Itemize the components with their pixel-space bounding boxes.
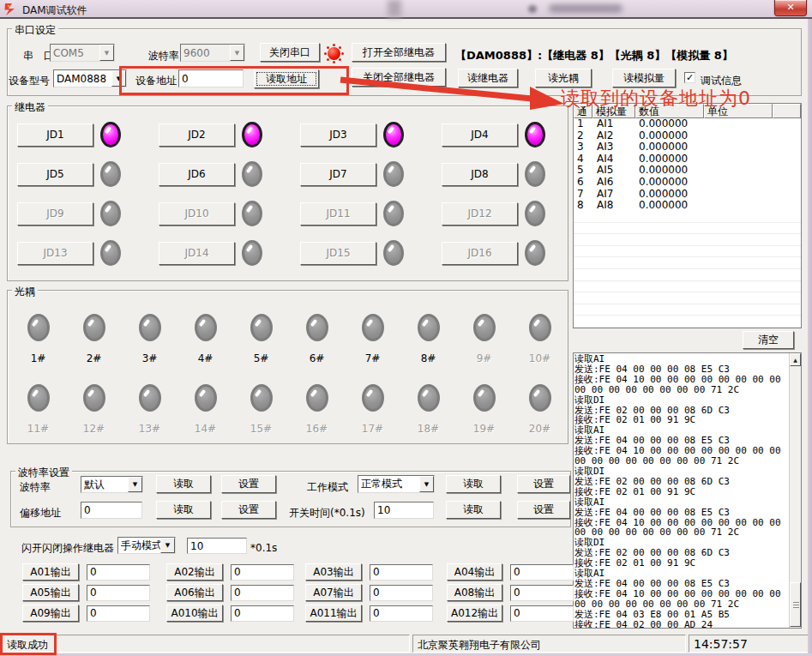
cell-analog-name: AI8 bbox=[592, 200, 635, 212]
opto-cell: 11# bbox=[10, 384, 66, 454]
cell-unit bbox=[704, 177, 773, 189]
scroll-up-arrow-icon[interactable]: ▲ bbox=[790, 353, 801, 366]
dropdown-arrow-icon: ▼ bbox=[230, 45, 244, 61]
flash-mode-select[interactable]: 手动模式 ▼ bbox=[117, 537, 176, 554]
dropdown-arrow-icon[interactable]: ▼ bbox=[128, 477, 142, 492]
relay-cell: JD1 bbox=[17, 122, 159, 147]
relay-button[interactable]: JD6 bbox=[159, 163, 235, 186]
cell-unit bbox=[704, 165, 773, 177]
relay-button[interactable]: JD5 bbox=[17, 163, 93, 186]
relay-button[interactable]: JD1 bbox=[17, 123, 93, 147]
relay-button[interactable]: JD7 bbox=[300, 163, 376, 186]
analog-output-button[interactable]: A05输出 bbox=[22, 584, 79, 601]
analog-output-input[interactable] bbox=[87, 585, 150, 601]
analog-output-input[interactable] bbox=[231, 564, 294, 581]
opto-lamp-icon bbox=[306, 314, 328, 341]
table-row[interactable]: 7 AI7 0.000000 bbox=[574, 189, 801, 201]
analog-output-input[interactable] bbox=[231, 605, 294, 622]
cell-channel: 3 bbox=[574, 141, 592, 153]
cell-unit bbox=[704, 200, 773, 212]
relay-lamp-icon bbox=[100, 122, 121, 147]
relay-button[interactable]: JD8 bbox=[442, 163, 518, 186]
baudrate-select: 9600 ▼ bbox=[180, 44, 245, 62]
table-row[interactable]: 8 AI8 0.000000 bbox=[574, 200, 801, 212]
table-row[interactable]: 1 AI1 0.000000 bbox=[574, 118, 801, 130]
relay-button[interactable]: JD15 bbox=[300, 242, 376, 265]
analog-output-input[interactable] bbox=[370, 605, 433, 622]
baud2-select[interactable]: 默认 ▼ bbox=[81, 476, 143, 493]
analog-output-button[interactable]: A02输出 bbox=[166, 563, 223, 581]
analog-output-input[interactable] bbox=[510, 605, 574, 622]
cell-channel: 6 bbox=[574, 177, 592, 189]
relay-button[interactable]: JD2 bbox=[159, 123, 235, 147]
relay-button[interactable]: JD13 bbox=[17, 242, 93, 265]
switch-time-input[interactable] bbox=[374, 502, 434, 519]
analog-output-input[interactable] bbox=[510, 564, 574, 581]
close-serial-port-button[interactable]: 关闭串口 bbox=[260, 43, 320, 62]
analog-output-cell: A02输出 bbox=[166, 563, 305, 581]
close-button[interactable]: ✕ bbox=[774, 0, 807, 16]
open-all-relays-button[interactable]: 打开全部继电器 bbox=[352, 43, 446, 62]
analog-output-input[interactable] bbox=[370, 585, 433, 601]
analog-output-button[interactable]: A09输出 bbox=[22, 605, 79, 622]
comm-log[interactable]: 读取AI 发送:FE 04 00 00 00 08 E5 C3 接收:FE 04… bbox=[573, 352, 802, 629]
cell-extra bbox=[773, 141, 801, 153]
table-row[interactable]: 6 AI6 0.000000 bbox=[574, 177, 801, 189]
cell-unit bbox=[704, 153, 773, 166]
analog-output-button[interactable]: A01输出 bbox=[22, 563, 79, 581]
workmode-select[interactable]: 正常模式 ▼ bbox=[358, 475, 435, 493]
table-row[interactable]: 2 AI2 0.000000 bbox=[574, 130, 801, 142]
analog-output-input[interactable] bbox=[87, 605, 150, 622]
analog-output-cell: A06输出 bbox=[166, 584, 305, 601]
workmode-set-button[interactable]: 设置 bbox=[517, 475, 570, 493]
relay-button[interactable]: JD14 bbox=[159, 242, 235, 265]
log-line: 接收:FE 02 01 00 91 9C bbox=[574, 558, 788, 569]
analog-output-input[interactable] bbox=[231, 585, 294, 601]
analog-output-button[interactable]: A06输出 bbox=[166, 584, 223, 601]
analog-output-button[interactable]: A010输出 bbox=[166, 605, 223, 622]
table-header-cell[interactable] bbox=[773, 104, 801, 118]
offset-set-button[interactable]: 设置 bbox=[221, 501, 276, 519]
analog-output-button[interactable]: A07输出 bbox=[305, 584, 362, 601]
analog-output-input[interactable] bbox=[370, 564, 433, 581]
analog-output-input[interactable] bbox=[87, 564, 150, 581]
analog-output-input[interactable] bbox=[510, 585, 574, 601]
read-analog-button[interactable]: 读模拟量 bbox=[612, 69, 676, 87]
workmode-read-button[interactable]: 读取 bbox=[446, 475, 501, 493]
annotation-arrow-icon bbox=[338, 75, 566, 113]
device-model-select[interactable]: DAM0888 ▼ bbox=[53, 69, 127, 87]
analog-output-button[interactable]: A012输出 bbox=[447, 605, 502, 622]
relay-button[interactable]: JD3 bbox=[300, 123, 376, 147]
relay-button[interactable]: JD10 bbox=[159, 202, 235, 226]
scrollbar-thumb[interactable] bbox=[790, 582, 801, 627]
dropdown-arrow-icon[interactable]: ▼ bbox=[160, 538, 175, 553]
opto-channel-label: 9# bbox=[477, 352, 492, 364]
cell-extra bbox=[773, 189, 801, 201]
switch-time-set-button[interactable]: 设置 bbox=[517, 501, 570, 519]
clear-log-button[interactable]: 清空 bbox=[743, 331, 794, 349]
relay-button[interactable]: JD11 bbox=[300, 202, 376, 226]
flash-time-input[interactable] bbox=[187, 538, 247, 554]
opto-grid: 1# 2# 3# 4# 5# 6# bbox=[10, 314, 568, 454]
table-row[interactable]: 5 AI5 0.000000 bbox=[574, 165, 801, 177]
relay-button[interactable]: JD16 bbox=[442, 242, 518, 265]
table-row[interactable]: 4 AI4 0.000000 bbox=[574, 153, 801, 166]
log-scrollbar[interactable]: ▲ bbox=[789, 353, 801, 628]
offset-read-button[interactable]: 读取 bbox=[156, 501, 211, 519]
relay-button[interactable]: JD12 bbox=[442, 202, 518, 226]
offset-address-input[interactable] bbox=[81, 502, 142, 519]
debug-info-checkbox[interactable]: ✓ bbox=[684, 72, 695, 83]
relay-button[interactable]: JD9 bbox=[17, 202, 93, 226]
analog-output-button[interactable]: A03输出 bbox=[305, 563, 362, 581]
opto-cell: 3# bbox=[122, 314, 177, 384]
table-row[interactable]: 3 AI3 0.000000 bbox=[574, 141, 801, 153]
baud-set-button[interactable]: 设置 bbox=[221, 475, 276, 493]
dropdown-arrow-icon[interactable]: ▼ bbox=[419, 476, 434, 492]
relay-button[interactable]: JD4 bbox=[442, 123, 518, 147]
baud-read-button[interactable]: 读取 bbox=[156, 475, 211, 493]
analog-output-button[interactable]: A08输出 bbox=[447, 584, 502, 601]
switch-time-read-button[interactable]: 读取 bbox=[446, 501, 501, 519]
analog-output-button[interactable]: A011输出 bbox=[305, 605, 362, 622]
analog-output-button[interactable]: A04输出 bbox=[447, 563, 502, 581]
log-line: 接收:FE 04 10 00 00 00 00 00 00 00 00 00 0… bbox=[574, 589, 788, 610]
